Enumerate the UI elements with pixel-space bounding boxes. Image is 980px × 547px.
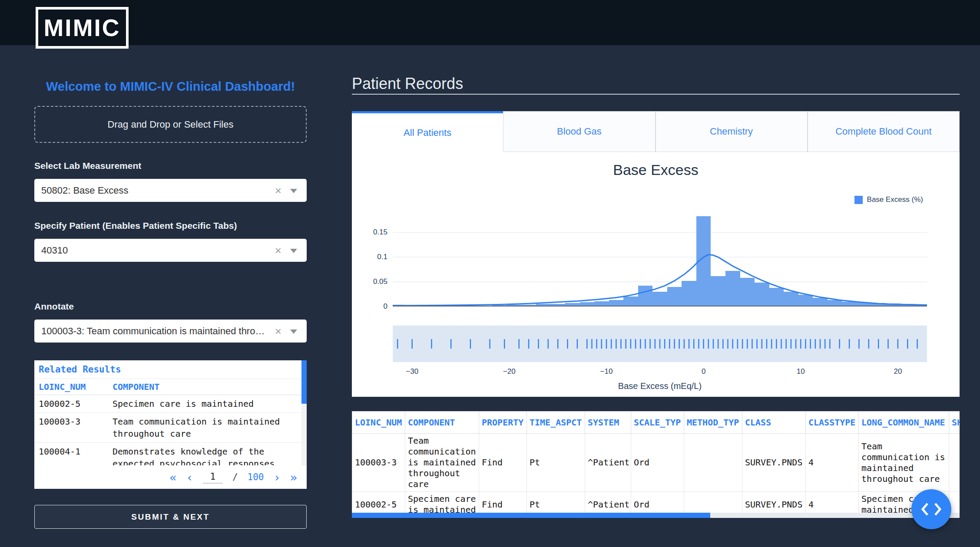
first-page-button[interactable]: « bbox=[169, 471, 176, 483]
chevron-down-icon[interactable] bbox=[290, 249, 297, 253]
chevron-down-icon[interactable] bbox=[290, 330, 297, 334]
table-cell[interactable]: Ord bbox=[631, 434, 684, 492]
rug-plot-strip[interactable] bbox=[393, 326, 927, 362]
related-results-table: LOINC_NUM COMPONENT 100002-5Specimen car… bbox=[34, 379, 301, 465]
tab-blood-gas[interactable]: Blood Gas bbox=[503, 111, 655, 152]
table-cell[interactable]: Team communication is maintained through… bbox=[405, 434, 479, 492]
page-title: Patient Records bbox=[352, 75, 463, 93]
result-row: 100004-1Demonstrates knowledge of the ex… bbox=[34, 443, 301, 466]
annotate-label: Annotate bbox=[34, 301, 307, 312]
column-header: SYSTEM bbox=[585, 412, 631, 434]
column-header: METHOD_TYP bbox=[684, 412, 742, 434]
y-tick-label: 0 bbox=[352, 302, 387, 311]
result-row: 100003-3Team communication is maintained… bbox=[34, 413, 301, 443]
scrollbar-thumb[interactable] bbox=[301, 360, 307, 404]
vertical-scrollbar[interactable] bbox=[301, 360, 307, 465]
result-cell[interactable]: 100002-5 bbox=[34, 395, 108, 413]
table-cell[interactable]: ^Patient bbox=[585, 434, 631, 492]
last-page-number[interactable]: 100 bbox=[248, 472, 264, 482]
app-root: MIMIC Welcome to MIMIC-IV Clinical Dashb… bbox=[0, 0, 980, 547]
mimic-logo: MIMIC bbox=[36, 7, 129, 49]
y-tick-label: 0.1 bbox=[352, 253, 387, 261]
related-results-card: Related Results LOINC_NUM COMPONENT 1000… bbox=[34, 360, 307, 489]
tab-all-patients[interactable]: All Patients bbox=[352, 111, 503, 152]
previous-page-button[interactable]: ‹ bbox=[186, 471, 193, 483]
clear-icon[interactable]: × bbox=[275, 185, 281, 196]
scrollbar-thumb[interactable] bbox=[352, 513, 710, 518]
table-cell[interactable] bbox=[949, 434, 960, 492]
file-upload-dropzone[interactable]: Drag and Drop or Select Files bbox=[34, 106, 307, 143]
table-cell[interactable]: 100003-3 bbox=[352, 434, 405, 492]
lab-measurement-value: 50802: Base Excess bbox=[41, 185, 129, 196]
patient-label: Specify Patient (Enables Patient Specifi… bbox=[34, 221, 307, 231]
column-header: LONG_COMMON_NAME bbox=[859, 412, 949, 434]
table-cell[interactable]: Find bbox=[479, 434, 527, 492]
x-tick-label: 0 bbox=[702, 367, 705, 376]
x-tick-label: 20 bbox=[894, 367, 902, 376]
result-row: 100002-5Specimen care is maintained bbox=[34, 395, 301, 413]
table-row: 100003-3Team communication is maintained… bbox=[352, 434, 960, 492]
chevron-right-icon bbox=[932, 502, 943, 517]
table-cell[interactable]: Pt bbox=[527, 434, 585, 492]
chevron-down-icon[interactable] bbox=[290, 189, 297, 193]
related-results-title: Related Results bbox=[34, 360, 307, 379]
related-results-content: Related Results LOINC_NUM COMPONENT 1000… bbox=[34, 360, 307, 465]
result-cell[interactable]: Specimen care is maintained bbox=[108, 395, 301, 413]
x-tick-label: −30 bbox=[406, 367, 418, 376]
result-cell[interactable]: 100004-1 bbox=[34, 443, 108, 466]
chart-legend[interactable]: Base Excess (%) bbox=[854, 195, 923, 204]
column-header: SCALE_TYP bbox=[631, 412, 684, 434]
annotate-value: 100003-3: Team communication is maintain… bbox=[41, 326, 267, 337]
current-page-input[interactable]: 1 bbox=[203, 471, 223, 484]
result-cell[interactable]: Team communication is maintained through… bbox=[108, 413, 301, 443]
tab-complete-blood-count[interactable]: Complete Blood Count bbox=[808, 111, 960, 152]
chevron-left-icon bbox=[920, 502, 930, 517]
y-tick-label: 0.15 bbox=[352, 228, 387, 237]
table-scroll-nav-button[interactable] bbox=[911, 489, 951, 529]
patient-select[interactable]: 40310 × bbox=[34, 239, 307, 262]
loinc-data-table: LOINC_NUMCOMPONENTPROPERTYTIME_ASPCTSYST… bbox=[352, 411, 960, 517]
topbar: MIMIC bbox=[0, 0, 980, 45]
title-divider bbox=[352, 94, 960, 95]
welcome-heading: Welcome to MIMIC-IV Clinical Dashboard! bbox=[34, 79, 307, 94]
loinc-table-panel: LOINC_NUMCOMPONENTPROPERTYTIME_ASPCTSYST… bbox=[352, 411, 960, 518]
table-cell[interactable]: SURVEY.PNDS bbox=[742, 434, 806, 492]
column-header-loinc: LOINC_NUM bbox=[34, 379, 108, 395]
annotate-select[interactable]: 100003-3: Team communication is maintain… bbox=[34, 320, 307, 343]
column-header: CLASS bbox=[742, 412, 806, 434]
chart-panel: Base Excess Base Excess (%) 00.050.10.15… bbox=[352, 152, 960, 397]
legend-swatch-icon bbox=[854, 196, 863, 204]
column-header: LOINC_NUM bbox=[352, 412, 405, 434]
page-separator: / bbox=[232, 472, 238, 482]
clear-icon[interactable]: × bbox=[275, 245, 281, 256]
mimic-logo-text: MIMIC bbox=[44, 14, 121, 42]
table-cell[interactable]: Team communication is maintained through… bbox=[859, 434, 949, 492]
clear-icon[interactable]: × bbox=[275, 326, 281, 337]
table-cell[interactable]: 4 bbox=[806, 434, 859, 492]
next-page-button[interactable]: › bbox=[273, 471, 280, 483]
submit-next-button[interactable]: SUBMIT & NEXT bbox=[34, 505, 307, 529]
tab-chemistry[interactable]: Chemistry bbox=[656, 111, 808, 152]
lab-measurement-select[interactable]: 50802: Base Excess × bbox=[34, 179, 307, 202]
column-header-component: COMPONENT bbox=[108, 379, 301, 395]
lab-measurement-label: Select Lab Measurement bbox=[34, 161, 307, 171]
patient-value: 40310 bbox=[41, 245, 68, 256]
column-header: PROPERTY bbox=[479, 412, 527, 434]
x-tick-label: 10 bbox=[797, 367, 805, 376]
result-cell[interactable]: Demonstrates knowledge of the expected p… bbox=[108, 443, 301, 466]
tab-bar: All PatientsBlood GasChemistryComplete B… bbox=[352, 111, 960, 152]
pagination: « ‹ 1 / 100 › » bbox=[34, 465, 307, 489]
result-cell[interactable]: 100003-3 bbox=[34, 413, 108, 443]
chart-title: Base Excess bbox=[352, 161, 960, 178]
x-tick-label: −20 bbox=[503, 367, 516, 376]
y-tick-label: 0.05 bbox=[352, 277, 387, 286]
table-cell[interactable] bbox=[684, 434, 742, 492]
column-header: COMPONENT bbox=[405, 412, 479, 434]
x-axis-title: Base Excess (mEq/L) bbox=[393, 381, 927, 391]
horizontal-scrollbar[interactable] bbox=[352, 513, 960, 518]
last-page-button[interactable]: » bbox=[290, 471, 297, 483]
histogram-plot[interactable] bbox=[393, 213, 927, 306]
legend-label: Base Excess (%) bbox=[867, 195, 923, 204]
column-header: CLASSTYPE bbox=[806, 412, 859, 434]
file-upload-label: Drag and Drop or Select Files bbox=[108, 119, 234, 130]
